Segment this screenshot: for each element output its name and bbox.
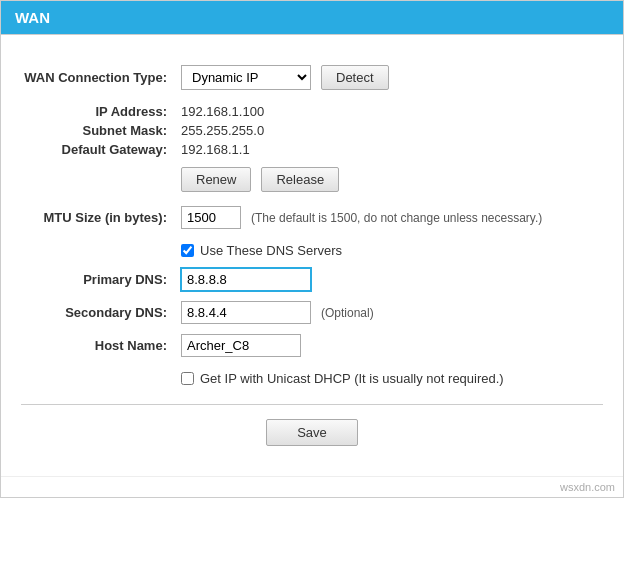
use-dns-checkbox[interactable] (181, 244, 194, 257)
secondary-dns-row: Secondary DNS: (Optional) (21, 301, 603, 324)
default-gateway-row: Default Gateway: 192.168.1.1 (21, 142, 603, 157)
wan-type-label: WAN Connection Type: (21, 70, 181, 85)
mtu-label: MTU Size (in bytes): (21, 210, 181, 225)
unicast-checkbox[interactable] (181, 372, 194, 385)
mtu-input[interactable] (181, 206, 241, 229)
renew-release-row: Renew Release (21, 167, 603, 192)
page-title: WAN (15, 9, 50, 26)
primary-dns-input[interactable] (181, 268, 311, 291)
ip-address-label: IP Address: (21, 104, 181, 119)
release-button[interactable]: Release (261, 167, 339, 192)
wan-connection-type-select[interactable]: Dynamic IP Static IP PPPoE L2TP PPTP (181, 65, 311, 90)
footer-logo: wsxdn.com (1, 476, 623, 497)
page-header: WAN (1, 1, 623, 34)
wan-type-row: WAN Connection Type: Dynamic IP Static I… (21, 65, 603, 90)
ip-address-row: IP Address: 192.168.1.100 (21, 104, 603, 119)
optional-label: (Optional) (321, 306, 374, 320)
use-dns-label[interactable]: Use These DNS Servers (181, 243, 342, 258)
primary-dns-row: Primary DNS: (21, 268, 603, 291)
host-name-label: Host Name: (21, 338, 181, 353)
save-button[interactable]: Save (266, 419, 358, 446)
unicast-label[interactable]: Get IP with Unicast DHCP (It is usually … (181, 371, 504, 386)
top-divider (1, 34, 623, 35)
host-name-input[interactable] (181, 334, 301, 357)
secondary-dns-input[interactable] (181, 301, 311, 324)
page-wrapper: WAN WAN Connection Type: Dynamic IP Stat… (0, 0, 624, 498)
primary-dns-label: Primary DNS: (21, 272, 181, 287)
save-row: Save (21, 419, 603, 446)
subnet-mask-row: Subnet Mask: 255.255.255.0 (21, 123, 603, 138)
ip-address-value: 192.168.1.100 (181, 104, 264, 119)
host-name-row: Host Name: (21, 334, 603, 357)
detect-button[interactable]: Detect (321, 65, 389, 90)
use-dns-row: Use These DNS Servers (21, 243, 603, 258)
default-gateway-label: Default Gateway: (21, 142, 181, 157)
subnet-mask-value: 255.255.255.0 (181, 123, 264, 138)
unicast-row: Get IP with Unicast DHCP (It is usually … (21, 371, 603, 386)
mtu-row: MTU Size (in bytes): (The default is 150… (21, 206, 603, 229)
subnet-mask-label: Subnet Mask: (21, 123, 181, 138)
mtu-note: (The default is 1500, do not change unle… (251, 211, 542, 225)
default-gateway-value: 192.168.1.1 (181, 142, 250, 157)
secondary-dns-label: Secondary DNS: (21, 305, 181, 320)
form-content: WAN Connection Type: Dynamic IP Static I… (1, 49, 623, 476)
renew-button[interactable]: Renew (181, 167, 251, 192)
bottom-divider (21, 404, 603, 405)
